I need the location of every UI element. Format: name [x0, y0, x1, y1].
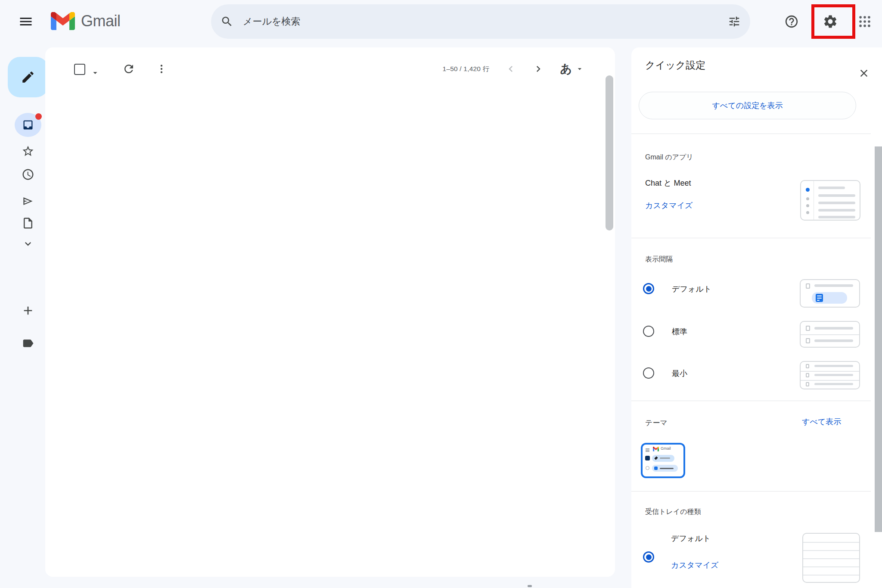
more-actions-button[interactable]: [152, 59, 171, 78]
density-option-default: デフォルト: [672, 284, 711, 294]
support-button[interactable]: [780, 9, 804, 34]
theme-thumbnail-selected[interactable]: Gmail: [641, 443, 685, 478]
apps-section-header: Gmail のアプリ: [645, 153, 693, 162]
density-radio-comfortable[interactable]: [643, 326, 654, 337]
density-radio-default[interactable]: [643, 283, 654, 294]
caret-down-icon: [575, 65, 584, 73]
panel-scrollbar[interactable]: [875, 146, 882, 532]
select-dropdown-icon[interactable]: [90, 68, 100, 78]
density-radio-compact[interactable]: [643, 367, 654, 379]
pagination-controls: 1–50 / 1,420 行 あ: [443, 47, 584, 90]
refresh-button[interactable]: [119, 59, 138, 78]
search-options-icon[interactable]: [728, 15, 741, 28]
inbox-type-radio-default[interactable]: [643, 551, 654, 563]
clock-icon: [22, 168, 34, 181]
plus-icon: [21, 304, 35, 317]
refresh-icon: [122, 62, 135, 75]
chevron-down-icon: [22, 238, 34, 250]
divider: [631, 491, 871, 492]
draft-icon: [22, 217, 34, 230]
search-bar[interactable]: [211, 4, 750, 39]
panel-title: クイック設定: [645, 59, 705, 72]
select-all-checkbox[interactable]: [74, 64, 85, 75]
inbox-type-thumbnail: [802, 533, 860, 583]
divider: [631, 401, 871, 401]
show-all-settings-button[interactable]: すべての設定を表示: [639, 92, 856, 119]
density-option-comfortable: 標準: [672, 327, 687, 337]
send-icon: [22, 195, 34, 208]
theme-gmail-m-icon: [653, 447, 659, 451]
label-icon: [22, 337, 34, 350]
view-all-themes-link[interactable]: すべて表示: [802, 417, 841, 427]
customize-apps-link[interactable]: カスタマイズ: [645, 200, 693, 211]
list-scrollbar[interactable]: [606, 75, 613, 230]
density-section-header: 表示間隔: [645, 255, 673, 264]
star-icon: [22, 145, 34, 158]
customize-inbox-link[interactable]: カスタマイズ: [671, 560, 719, 570]
gmail-logo[interactable]: Gmail: [51, 12, 121, 30]
chevron-left-icon[interactable]: [505, 63, 517, 75]
apps-thumbnail: [800, 180, 860, 221]
theme-section-header: テーマ: [645, 418, 668, 428]
inbox-type-section-header: 受信トレイの種類: [645, 507, 701, 516]
search-input[interactable]: [242, 16, 728, 28]
divider: [631, 238, 871, 238]
gmail-wordmark: Gmail: [81, 12, 121, 30]
gmail-app: Gmail: [0, 0, 882, 588]
kebab-icon: [156, 63, 167, 75]
google-apps-button[interactable]: [853, 9, 877, 34]
pagination-count: 1–50 / 1,420 行: [443, 65, 490, 74]
hamburger-icon: [18, 14, 34, 29]
input-tools-button[interactable]: あ: [560, 61, 584, 77]
quick-settings-panel: クイック設定 すべての設定を表示 Gmail のアプリ Chat と Meet …: [631, 47, 882, 588]
compose-button[interactable]: [8, 57, 48, 97]
divider: [631, 134, 871, 134]
chevron-right-icon[interactable]: [532, 63, 544, 75]
density-option-compact: 最小: [672, 368, 687, 379]
theme-thumb-logo-text: Gmail: [661, 446, 671, 451]
main-menu-button[interactable]: [18, 14, 34, 29]
apps-grid-icon: [857, 14, 872, 29]
chat-meet-label: Chat と Meet: [645, 178, 691, 188]
density-thumbnail-default: [800, 279, 860, 308]
loading-indicator: [528, 585, 532, 587]
help-icon: [784, 14, 799, 29]
input-tools-label: あ: [560, 61, 572, 77]
annotation-box-settings: [811, 4, 855, 39]
pencil-icon: [21, 70, 35, 84]
inbox-icon: [22, 119, 34, 131]
close-panel-button[interactable]: [855, 65, 873, 82]
gmail-m-icon: [51, 12, 75, 30]
density-thumbnail-compact: [800, 361, 860, 389]
email-list-area: 1–50 / 1,420 行 あ: [45, 47, 615, 577]
search-icon[interactable]: [220, 15, 233, 28]
unread-badge: [35, 113, 42, 120]
density-thumbnail-comfortable: [800, 321, 860, 348]
close-icon: [858, 67, 870, 79]
inbox-type-option-default: デフォルト: [671, 533, 711, 544]
